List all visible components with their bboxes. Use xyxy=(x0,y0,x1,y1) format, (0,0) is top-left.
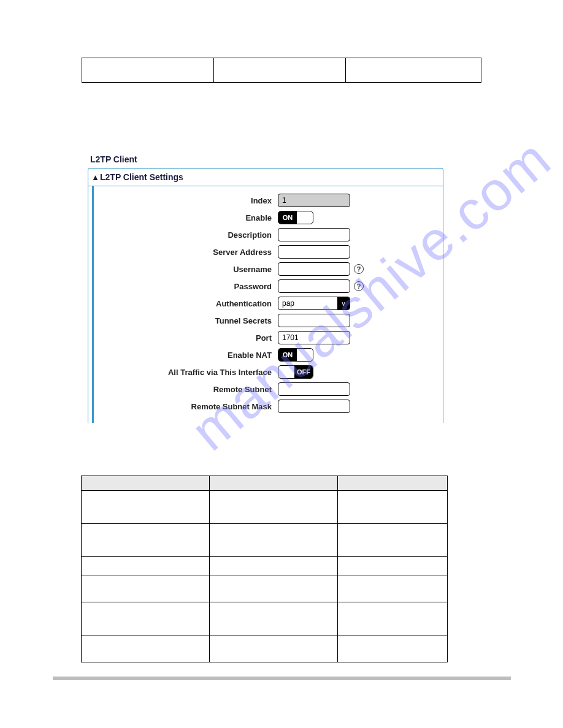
panel-heading[interactable]: ▴ L2TP Client Settings xyxy=(88,169,443,186)
label-description: Description xyxy=(94,230,278,240)
tunnel-secrets-field[interactable] xyxy=(278,314,350,327)
table-row xyxy=(82,602,448,635)
label-password: Password xyxy=(94,282,278,291)
password-field[interactable] xyxy=(278,279,350,293)
row-authentication: Authentication pap v xyxy=(94,297,443,310)
row-enable: Enable ON xyxy=(94,211,443,224)
table-row xyxy=(82,557,448,575)
label-enable-nat: Enable NAT xyxy=(94,351,278,360)
label-username: Username xyxy=(94,265,278,274)
row-username: Username ? xyxy=(94,262,443,276)
row-description: Description xyxy=(94,228,443,241)
label-remote-subnet: Remote Subnet xyxy=(94,385,278,394)
bottom-table xyxy=(81,476,448,662)
top-empty-row xyxy=(82,58,481,83)
help-icon[interactable]: ? xyxy=(354,281,364,291)
label-index: Index xyxy=(94,196,278,205)
enable-toggle[interactable]: ON xyxy=(278,211,313,224)
authentication-select[interactable]: pap v xyxy=(278,297,350,310)
label-tunnel-secrets: Tunnel Secrets xyxy=(94,316,278,325)
table-header xyxy=(82,476,448,491)
label-enable: Enable xyxy=(94,213,278,222)
row-password: Password ? xyxy=(94,279,443,293)
label-all-traffic: All Traffic via This Interface xyxy=(94,368,278,377)
table-row xyxy=(82,58,481,83)
label-remote-subnet-mask: Remote Subnet Mask xyxy=(94,402,278,411)
table-row xyxy=(82,524,448,557)
server-address-field[interactable] xyxy=(278,245,350,259)
all-traffic-toggle[interactable]: OFF xyxy=(278,365,313,379)
row-all-traffic: All Traffic via This Interface OFF xyxy=(94,365,443,379)
toggle-knob: ON xyxy=(278,349,297,361)
collapse-icon: ▴ xyxy=(93,172,98,182)
row-remote-subnet-mask: Remote Subnet Mask xyxy=(94,400,443,413)
username-field[interactable] xyxy=(278,262,350,276)
remote-subnet-field[interactable] xyxy=(278,382,350,396)
settings-panel-container: L2TP Client ▴ L2TP Client Settings Index… xyxy=(88,152,443,423)
row-port: Port xyxy=(94,331,443,344)
row-index: Index xyxy=(94,194,443,207)
settings-panel: ▴ L2TP Client Settings Index Enable ON D… xyxy=(88,168,443,423)
table-row xyxy=(82,575,448,602)
panel-body: Index Enable ON Description xyxy=(92,186,443,423)
panel-heading-label: L2TP Client Settings xyxy=(100,172,183,182)
enable-nat-toggle[interactable]: ON xyxy=(278,348,313,362)
port-field[interactable] xyxy=(278,331,350,344)
label-authentication: Authentication xyxy=(94,299,278,308)
row-enable-nat: Enable NAT ON xyxy=(94,348,443,362)
index-field xyxy=(278,194,350,207)
toggle-knob: OFF xyxy=(294,366,313,378)
row-remote-subnet: Remote Subnet xyxy=(94,382,443,396)
row-tunnel-secrets: Tunnel Secrets xyxy=(94,314,443,327)
label-server-address: Server Address xyxy=(94,248,278,257)
page-title: L2TP Client xyxy=(88,152,443,168)
toggle-knob: ON xyxy=(278,211,297,224)
table-row xyxy=(82,635,448,662)
description-field[interactable] xyxy=(278,228,350,241)
label-port: Port xyxy=(94,333,278,343)
authentication-value: pap xyxy=(278,297,337,309)
footer-divider xyxy=(53,677,511,680)
help-icon[interactable]: ? xyxy=(354,264,364,274)
row-server-address: Server Address xyxy=(94,245,443,259)
chevron-down-icon: v xyxy=(337,297,350,309)
table-row xyxy=(82,491,448,524)
remote-subnet-mask-field[interactable] xyxy=(278,400,350,413)
